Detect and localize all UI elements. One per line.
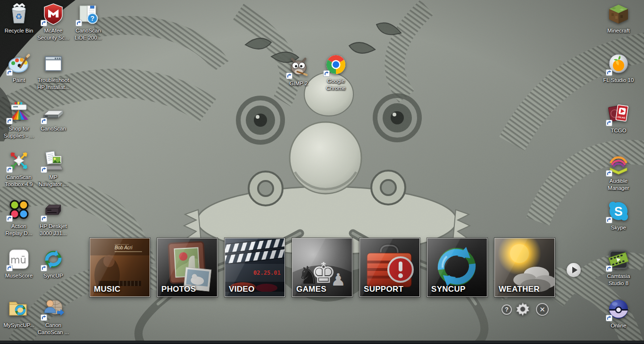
svg-text:mū: mū	[10, 254, 26, 266]
desktop-icon-shop-for-supplies[interactable]: Shop forSupplies - ...	[0, 101, 37, 139]
help-button[interactable]: ?	[502, 304, 512, 315]
dock-tile-music[interactable]: Bob AcriMUSIC	[90, 238, 150, 297]
four-dots-icon	[8, 198, 30, 221]
dock-tile-games[interactable]: ♞♚♟GAMES	[292, 238, 352, 297]
recycle-bin-icon: ♻	[8, 3, 30, 25]
desktop-icon-mp-navigator[interactable]: MPNavigator ...	[35, 149, 72, 188]
musescore-icon: mū	[8, 248, 30, 270]
desktop-icon-minecraft[interactable]: Minecraft	[600, 3, 637, 34]
sync-arrows-icon	[42, 248, 65, 270]
desktop-icon-canoscan-manual[interactable]: ?CanoScanLiDE 200...	[70, 3, 107, 41]
gimp-icon	[287, 56, 310, 78]
desktop-icon-recycle-bin[interactable]: ♻Recycle Bin	[0, 3, 37, 34]
dock-tile-label: PHOTOS	[161, 285, 196, 294]
shortcut-arrow-icon	[606, 265, 612, 272]
desktop-icon-label: MPNavigator ...	[35, 174, 72, 188]
shortcut-arrow-icon	[606, 69, 612, 76]
globe-person-icon	[42, 297, 65, 320]
shortcut-arrow-icon	[6, 265, 13, 271]
desktop-icon-label: GoogleChrome	[318, 78, 354, 91]
desktop-icon-google-chrome[interactable]: GoogleChrome	[318, 53, 354, 91]
desktop-icon-label: FL Studio 10	[600, 77, 637, 84]
shortcut-arrow-icon	[606, 120, 612, 126]
desktop-icon-label: TCGO	[600, 127, 637, 134]
shortcut-arrow-icon	[41, 166, 47, 173]
taskbar-edge[interactable]	[0, 341, 644, 344]
shortcut-arrow-icon	[41, 265, 47, 271]
desktop-icon-label: MuseScore	[0, 272, 37, 279]
flatbed-scanner-icon	[42, 101, 65, 123]
desktop-icon-canoscan-toolbox[interactable]: CanoScanToolbox 4.9	[0, 149, 37, 188]
dock-tile-video[interactable]: 02.25.01VIDEO	[225, 238, 285, 297]
documents-photo-icon	[42, 149, 65, 172]
desktop-icon-label: Online	[600, 322, 637, 329]
svg-text:Bob Acri: Bob Acri	[115, 245, 133, 250]
minecraft-block-icon	[607, 3, 630, 25]
desktop-icon-paint[interactable]: Paint	[0, 52, 37, 84]
dock-tile-weather[interactable]: WEATHER	[494, 238, 555, 297]
desktop-icon-label: Recycle Bin	[0, 27, 37, 34]
window-icon	[42, 52, 65, 75]
mcafee-shield-icon	[42, 3, 65, 25]
desktop-icon-camtasia[interactable]: CamtasiaStudio 8	[600, 248, 637, 287]
dock-tile-label: SYNCUP	[431, 285, 466, 294]
pokeball-icon	[607, 298, 630, 320]
desktop-icon-label: Paint	[0, 77, 37, 84]
desktop-icon-label: McAfeeSecurity Sc...	[35, 27, 72, 41]
shortcut-arrow-icon	[6, 118, 13, 124]
camtasia-icon	[607, 248, 630, 271]
desktop-icon-fl-studio[interactable]: FL Studio 10	[600, 52, 637, 84]
desktop-icon-gimp[interactable]: GIMP 2	[280, 56, 317, 87]
close-button[interactable]: ✕	[536, 303, 549, 316]
svg-text:♻: ♻	[15, 12, 22, 21]
desktop-icon-canoscan[interactable]: CanoScan	[35, 101, 72, 132]
desktop-icon-label: SyncUP	[35, 272, 72, 279]
desktop-icon-label: GIMP 2	[280, 80, 317, 87]
desktop-icon-troubleshoot-hp[interactable]: TroubleshootHP Installat...	[35, 52, 72, 90]
desktop-icon-mcafee[interactable]: McAfeeSecurity Sc...	[35, 3, 72, 41]
desktop-icon-label: HP Deskjet3000 J31...	[35, 223, 72, 237]
shortcut-arrow-icon	[41, 215, 47, 222]
desktop-icon-action-replay[interactable]: ActionReplay D...	[0, 198, 37, 237]
settings-gear-button[interactable]	[514, 300, 532, 318]
dock-tile-support[interactable]: SUPPORT	[360, 238, 420, 297]
fl-studio-fruit-icon	[607, 52, 630, 75]
tcgo-cards-icon: ONLINE	[607, 103, 630, 125]
paint-palette-icon	[8, 52, 30, 75]
desktop-icon-tcgo[interactable]: ONLINETCGO	[600, 103, 637, 134]
desktop: ♻Recycle BinMcAfeeSecurity Sc...?CanoSca…	[0, 0, 644, 344]
play-button[interactable]	[567, 263, 581, 277]
shortcut-arrow-icon	[6, 166, 13, 173]
desktop-icon-label: Shop forSupplies - ...	[0, 125, 37, 139]
dock-tile-photos[interactable]: PHOTOS	[157, 238, 217, 297]
desktop-icon-label: Minecraft	[600, 27, 637, 34]
chrome-icon	[325, 53, 347, 76]
desktop-icon-audible-manager[interactable]: AudibleManager	[600, 153, 637, 191]
desktop-icon-skype[interactable]: SSkype	[600, 200, 637, 231]
shortcut-arrow-icon	[75, 20, 82, 26]
desktop-icon-mysyncup[interactable]: MySyncUP...	[0, 297, 37, 329]
skype-icon: S	[607, 200, 630, 222]
desktop-icon-label: Skype	[600, 224, 637, 231]
folder-sync-icon	[8, 297, 30, 320]
desktop-icon-label: ActionReplay D...	[0, 223, 37, 237]
printer-rainbow-icon	[8, 101, 30, 123]
desktop-icon-musescore[interactable]: mūMuseScore	[0, 248, 37, 279]
shortcut-arrow-icon	[6, 215, 13, 222]
desktop-icon-canon-canoscan[interactable]: CanonCanoScan ...	[35, 297, 72, 336]
desktop-icon-hp-deskjet[interactable]: HP Deskjet3000 J31...	[35, 198, 72, 237]
manual-book-icon: ?	[77, 3, 100, 25]
svg-text:?: ?	[91, 15, 95, 22]
shortcut-arrow-icon	[41, 118, 47, 124]
dock-tile-syncup[interactable]: SYNCUP	[427, 238, 487, 297]
desktop-icon-label: AudibleManager	[600, 178, 637, 191]
dark-printer-icon	[42, 198, 65, 221]
svg-text:S: S	[614, 205, 623, 219]
shortcut-arrow-icon	[323, 70, 330, 77]
desktop-icon-label: CanonCanoScan ...	[35, 322, 72, 336]
desktop-icon-label: CanoScanToolbox 4.9	[0, 174, 37, 188]
shortcut-arrow-icon	[6, 69, 13, 76]
desktop-icon-online[interactable]: Online	[600, 298, 637, 329]
desktop-icon-syncup[interactable]: SyncUP	[35, 248, 72, 279]
toolbox-arrows-icon	[8, 149, 30, 172]
